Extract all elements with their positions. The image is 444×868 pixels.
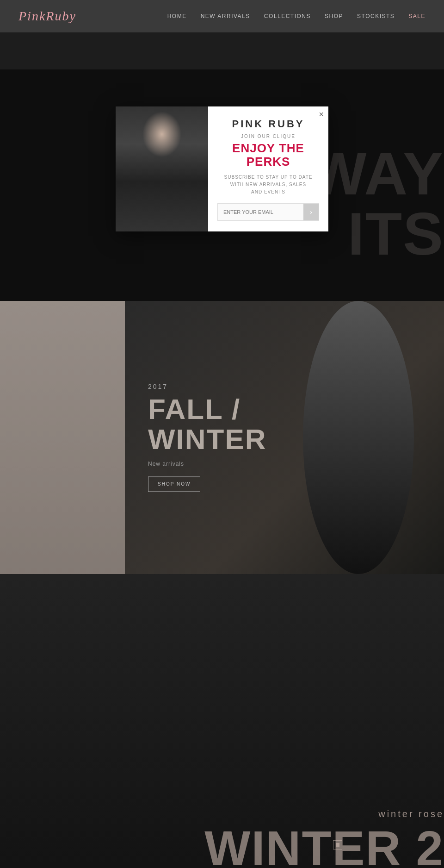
modal-tagline: ENJOY THE PERKS [232,142,304,168]
hero-2-shop-button[interactable]: SHOP NOW [148,477,200,492]
modal-tagline-line2: PERKS [232,155,304,169]
nav-home[interactable]: HOME [167,13,187,19]
hero-2-subtitle: New arrivals [148,461,267,468]
nav-collections[interactable]: COLLECTIONS [264,13,311,19]
subscribe-modal: × PINK RUBY JOIN OUR CLIQUE ENJOY THE PE… [116,106,328,231]
nav-sale[interactable]: SALE [408,13,426,19]
modal-content: PINK RUBY JOIN OUR CLIQUE ENJOY THE PERK… [208,106,328,231]
hero-section-1: DWAY ITS × PINK RUBY JOIN OUR CLIQUE ENJ… [0,32,444,301]
modal-overlay: × PINK RUBY JOIN OUR CLIQUE ENJOY THE PE… [0,69,444,301]
modal-close-button[interactable]: × [319,110,324,119]
hero-2-right-panel: 2017 FALL / WINTER New arrivals SHOP NOW [125,301,444,574]
hero-2-fashion-figure [287,301,430,574]
site-header: PinkRuby HOME NEW ARRIVALS COLLECTIONS S… [0,0,444,32]
hero-3-title: WINTER 2 [204,824,444,868]
modal-join-text: JOIN OUR CLIQUE [241,134,296,139]
hero-section-2: 2017 FALL / WINTER New arrivals SHOP NOW [0,301,444,574]
modal-tagline-line1: ENJOY THE [232,142,304,155]
modal-email-input[interactable] [218,204,303,220]
hero-3-content-block: winter rose WINTER 2 [204,809,444,868]
modal-fashion-figure [116,106,208,231]
modal-image [116,106,208,231]
nav-shop[interactable]: SHOP [325,13,343,19]
hero-2-left-panel [0,301,125,574]
main-nav: HOME NEW ARRIVALS COLLECTIONS SHOP STOCK… [167,13,426,19]
modal-description: SUBSCRIBE TO STAY UP TO DATE WITH NEW AR… [224,174,313,196]
nav-stockists[interactable]: STOCKISTS [357,13,395,19]
modal-submit-button[interactable]: › [303,204,319,220]
hero-2-content-block: 2017 FALL / WINTER New arrivals SHOP NOW [148,383,267,492]
hero-2-title-line1: FALL / [148,394,267,424]
site-logo[interactable]: PinkRuby [18,9,76,24]
modal-email-form: › [217,203,319,221]
hero-2-title: FALL / WINTER [148,394,267,454]
hero-2-year: 2017 [148,383,267,390]
nav-new-arrivals[interactable]: NEW ARRIVALS [201,13,250,19]
hero-section-3: winter rose WINTER 2 [0,574,444,868]
modal-brand-name: PINK RUBY [232,118,304,130]
hero-2-title-line2: WINTER [148,425,267,455]
hero-3-subtitle: winter rose [204,809,444,819]
